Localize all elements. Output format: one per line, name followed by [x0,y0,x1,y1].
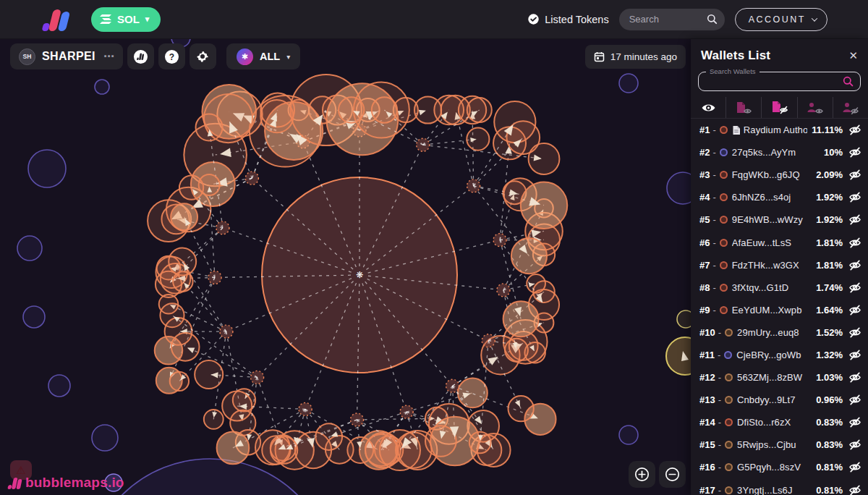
wallet-row[interactable]: #7 - FdzTHk...w3GX 1.81% [691,254,868,276]
wallet-bubble[interactable] [170,372,189,391]
decorative-bubble [23,306,45,328]
wallet-row[interactable]: #1 - Raydium Autho... 11.11% [691,119,868,141]
wallet-bubble[interactable] [521,182,568,229]
wallet-row[interactable]: #13 - Cnbdyy...9Lt7 0.96% [691,389,868,411]
wallet-bubble[interactable] [529,143,560,174]
chevron-down-icon: ▾ [286,53,290,61]
wallet-row[interactable]: #12 - 563ZMj...8zBW 1.03% [691,366,868,389]
eye-slash-icon[interactable] [848,417,861,428]
account-button[interactable]: ACCOUNT [735,8,827,31]
token-search-input[interactable] [629,14,707,25]
wallet-bubble[interactable] [434,96,464,125]
wallet-percentage: 0.83% [816,439,843,450]
wallet-row[interactable]: #3 - FqgWKb...g6JQ 2.09% [691,164,868,186]
wallet-bubble[interactable] [503,301,539,337]
token-name: SHARPEI [42,50,95,63]
wallet-bubble[interactable] [380,430,420,470]
wallet-row[interactable]: #10 - 29mUry...euq8 1.52% [691,321,868,344]
wallet-rank: #4 [699,192,710,203]
eye-slash-icon[interactable] [848,372,861,383]
token-search[interactable] [619,9,725,30]
wallet-row[interactable]: #8 - 3fXtqv...G1tD 1.74% [691,276,868,299]
wallet-row[interactable]: #4 - 6JhNZ6...s4oj 1.92% [691,186,868,208]
wallet-bubble[interactable] [509,396,534,421]
wallet-address: DfiSto...r6zX [737,417,812,428]
wallet-address: EeYdUM...Xwpb [732,305,812,316]
wallet-bubble[interactable] [505,339,528,362]
filter-contracts-hidden-button[interactable] [761,97,796,118]
eye-slash-icon[interactable] [848,350,861,360]
wallet-bubble[interactable] [169,248,196,276]
zoom-out-button[interactable] [659,461,686,488]
chain-selector-button[interactable]: SOL ▾ [91,7,161,32]
wallet-bubble[interactable] [260,93,294,127]
wallet-percentage: 0.83% [816,417,843,428]
wallet-search-label: Search Wallets [706,67,760,75]
eye-slash-icon[interactable] [848,305,861,316]
wallet-rank: #12 [699,372,715,383]
wallet-rank: #6 [699,237,710,248]
filter-contracts-visible-button[interactable] [726,97,761,118]
token-info-button[interactable]: SH SHARPEI ⋯ [10,43,123,69]
eye-slash-icon[interactable] [848,169,861,180]
wallet-bubble[interactable] [315,423,342,450]
wallet-search[interactable]: Search Wallets [698,72,861,91]
filter-exchanges-visible-button[interactable] [797,97,833,118]
wallet-color-dot [720,193,728,201]
wallet-percentage: 1.81% [816,237,843,248]
wallet-bubble[interactable] [511,238,547,274]
eye-slash-icon[interactable] [848,237,861,248]
wallet-bubble[interactable] [196,114,223,141]
wallet-bubble[interactable] [195,360,223,389]
wallet-row[interactable]: #16 - G5Pqyh...8szV 0.81% [691,456,868,478]
wallet-row[interactable]: #6 - AfaEuw...tLsS 1.81% [691,231,868,253]
wallet-search-input[interactable] [707,77,843,87]
filter-exchanges-hidden-button[interactable] [833,97,868,118]
wallet-bubble[interactable] [171,333,200,361]
wallet-row[interactable]: #9 - EeYdUM...Xwpb 1.64% [691,299,868,321]
filter-show-all-button[interactable] [691,97,726,118]
wallet-rank: #8 [699,282,710,293]
help-button[interactable]: ? [158,43,185,69]
wallet-bubble[interactable] [372,97,397,122]
wallet-row[interactable]: #5 - 9E4hWB...wWzy 1.92% [691,208,868,231]
wallet-bubble[interactable] [217,432,250,465]
wallet-bubble[interactable] [469,432,491,454]
wallet-row[interactable]: #14 - DfiSto...r6zX 0.83% [691,411,868,433]
wallet-bubble[interactable] [160,303,184,327]
bubblemaps-logo-icon[interactable] [42,7,72,33]
wallet-bubble[interactable] [339,97,364,122]
eye-slash-icon[interactable] [848,394,861,405]
zoom-in-button[interactable] [629,461,655,488]
wallet-bubble[interactable] [171,203,197,230]
listed-tokens-toggle[interactable]: Listed Tokens [527,13,608,25]
eye-slash-icon[interactable] [848,327,861,338]
wallet-row[interactable]: #2 - 27q5ks...AyYm 10% [691,141,868,164]
wallet-bubble[interactable] [222,392,252,421]
eye-slash-icon[interactable] [848,439,861,450]
last-updated-button[interactable]: 17 minutes ago [585,45,686,69]
wallet-address: AfaEuw...tLsS [732,237,812,248]
eye-slash-icon[interactable] [848,485,861,495]
eye-slash-icon[interactable] [848,124,861,135]
wallet-bubble[interactable] [262,436,290,464]
wallet-bubble[interactable] [467,128,489,151]
token-more-icon[interactable]: ⋯ [103,50,114,63]
wallet-bubble[interactable] [467,98,492,122]
wallet-row[interactable]: #11 - CjeBRy...goWb 1.32% [691,344,868,366]
wallet-bubble[interactable] [458,378,488,408]
eye-slash-icon[interactable] [848,260,861,271]
close-icon[interactable]: ✕ [848,49,858,62]
decorative-bubble [95,80,109,94]
cluster-filter-dropdown[interactable]: ✱ ALL ▾ [226,43,300,69]
eye-slash-icon[interactable] [848,147,861,158]
eye-slash-icon[interactable] [848,282,861,293]
wallet-row[interactable]: #17 - 3Yngtj...Ls6J 0.81% [691,479,868,495]
eye-slash-icon[interactable] [848,462,861,473]
eye-slash-icon[interactable] [848,192,861,203]
eye-slash-icon[interactable] [848,214,861,225]
settings-button[interactable] [190,43,216,69]
wallet-row[interactable]: #15 - 5Rwjps...Cjbu 0.83% [691,433,868,456]
wallet-percentage: 1.03% [816,372,843,383]
magic-nodes-button[interactable] [127,43,154,69]
